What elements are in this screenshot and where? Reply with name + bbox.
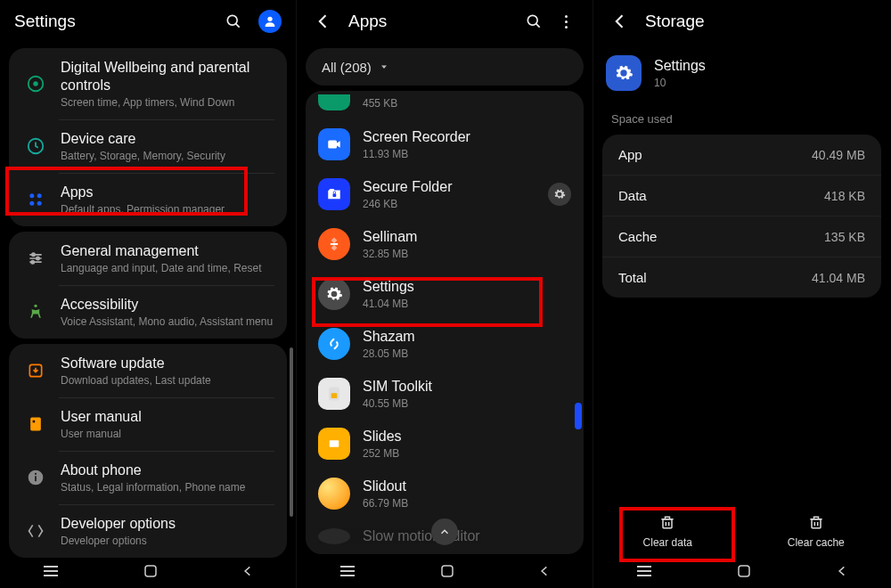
clear-data-button[interactable]: Clear data (614, 513, 721, 549)
item-sub: User manual (61, 428, 274, 440)
app-icon (318, 128, 350, 160)
nav-recents[interactable] (339, 565, 356, 577)
sliders-icon (21, 244, 50, 273)
item-title: General management (61, 242, 274, 260)
app-row-simtoolkit[interactable]: SIM Toolkit40.55 MB (306, 369, 584, 419)
back-icon[interactable] (311, 9, 336, 34)
svg-point-7 (37, 193, 42, 198)
nav-home[interactable] (439, 563, 455, 579)
item-user-manual[interactable]: User manual User manual (9, 397, 287, 451)
nav-back[interactable] (241, 563, 254, 579)
phone-apps: Apps All (208) 455 KB Screen Recorder11.… (297, 0, 593, 588)
search-icon[interactable] (221, 9, 246, 34)
item-software-update[interactable]: Software update Download updates, Last u… (9, 344, 287, 397)
nav-back[interactable] (538, 563, 551, 579)
a11y-icon (21, 298, 50, 326)
app-row[interactable]: 455 KB (306, 91, 584, 119)
svg-rect-26 (145, 566, 156, 576)
app-row-slides[interactable]: Slides252 MB (306, 419, 584, 469)
item-accessibility[interactable]: Accessibility Voice Assistant, Mono audi… (9, 285, 287, 339)
app-title: Sellinam (363, 228, 571, 246)
app-icon (318, 278, 350, 310)
svg-point-16 (34, 305, 37, 307)
app-sub: 246 KB (363, 198, 548, 210)
item-sub: Screen time, App timers, Wind Down (61, 96, 274, 109)
navbar (297, 559, 593, 583)
search-icon[interactable] (521, 9, 546, 34)
svg-rect-29 (328, 141, 337, 149)
app-row-screenrecorder[interactable]: Screen Recorder11.93 MB (306, 119, 584, 169)
app-row-sellinam[interactable]: Sellinam32.85 MB (306, 219, 584, 269)
navbar (593, 559, 890, 583)
app-icon (606, 55, 642, 91)
svg-point-2 (267, 17, 272, 21)
dev-icon (21, 517, 50, 545)
storage-table: App40.49 MB Data418 KB Cache135 KB Total… (602, 135, 881, 298)
scroll-handle[interactable] (575, 403, 582, 429)
item-developer[interactable]: Developer options Developer options (9, 504, 287, 558)
svg-point-15 (31, 261, 34, 264)
app-title: Slow motion editor (363, 527, 571, 545)
svg-line-1 (236, 24, 240, 28)
action-label: Clear cache (788, 536, 845, 549)
back-icon[interactable] (608, 9, 633, 34)
kv-key: Total (618, 270, 647, 285)
app-icon (318, 228, 350, 260)
scrollbar[interactable] (290, 347, 293, 517)
item-about-phone[interactable]: About phone Status, Legal information, P… (9, 451, 287, 504)
svg-rect-32 (331, 393, 338, 398)
scroll-top-button[interactable] (431, 519, 458, 545)
app-row-shazam[interactable]: Shazam28.05 MB (306, 319, 584, 369)
nav-back[interactable] (836, 563, 848, 579)
item-general[interactable]: General management Language and input, D… (9, 232, 287, 285)
svg-rect-38 (663, 519, 672, 528)
svg-rect-39 (812, 519, 821, 528)
profile-avatar[interactable] (258, 10, 282, 33)
filter-dropdown[interactable]: All (208) (306, 48, 584, 86)
row-cache: Cache135 KB (602, 216, 881, 257)
settings-group-1: Digital Wellbeing and parental controls … (9, 48, 287, 226)
nav-recents[interactable] (635, 565, 653, 577)
app-icon (318, 178, 350, 210)
app-sub: 11.93 MB (363, 148, 571, 160)
navbar (0, 559, 296, 583)
nav-home[interactable] (736, 563, 752, 579)
app-title: Screen Recorder (363, 128, 571, 146)
svg-line-28 (536, 24, 540, 28)
kv-key: App (618, 147, 642, 162)
row-data: Data418 KB (602, 175, 881, 216)
page-title: Apps (348, 12, 387, 31)
item-wellbeing[interactable]: Digital Wellbeing and parental controls … (9, 48, 287, 119)
svg-point-6 (29, 193, 34, 198)
svg-point-27 (527, 15, 537, 25)
item-title: Apps (61, 184, 274, 201)
item-device-care[interactable]: Device care Battery, Storage, Memory, Se… (9, 119, 287, 173)
clear-cache-button[interactable]: Clear cache (763, 513, 870, 549)
app-row-slidout[interactable]: Slidout66.79 MB (306, 469, 584, 519)
wellbeing-icon (21, 69, 50, 98)
svg-point-22 (35, 473, 37, 475)
app-sub: 40.55 MB (363, 397, 571, 410)
app-icon (318, 428, 350, 460)
actions: Clear data Clear cache (593, 504, 890, 558)
app-name: Settings (654, 57, 878, 75)
info-icon (21, 463, 50, 492)
gear-icon[interactable] (548, 183, 571, 206)
app-icon (318, 328, 350, 360)
item-sub: Battery, Storage, Memory, Security (61, 150, 274, 162)
update-icon (21, 356, 50, 385)
nav-home[interactable] (143, 563, 159, 579)
item-title: Device care (61, 130, 274, 148)
app-header: Settings 10 (593, 43, 890, 103)
svg-rect-37 (442, 566, 453, 576)
app-row-securefolder[interactable]: Secure Folder246 KB (306, 169, 584, 219)
app-row-settings[interactable]: Settings41.04 MB (306, 269, 584, 319)
item-apps[interactable]: Apps Default apps, Permission manager (9, 173, 287, 226)
header: Apps (297, 0, 593, 43)
kv-val: 418 KB (824, 189, 865, 203)
nav-recents[interactable] (42, 565, 60, 577)
svg-rect-18 (30, 418, 41, 431)
more-icon[interactable] (553, 9, 578, 34)
item-title: About phone (61, 461, 274, 479)
app-sub: 32.85 MB (363, 248, 571, 260)
